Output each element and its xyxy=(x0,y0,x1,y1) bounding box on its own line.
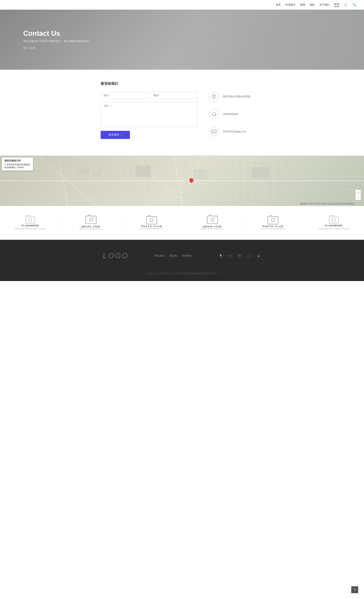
phone-field[interactable] xyxy=(151,92,197,99)
logo-item-6: FLASHMODE PHOTOGRAPHY'S BEST PLACE xyxy=(304,214,364,232)
svg-rect-15 xyxy=(135,165,151,177)
hero-content: Contact Us 您可以通过以下联系方式找到我们，我们诚挚欢迎您的咨询！ 首… xyxy=(23,29,91,50)
flashmode-logo-1: FLASHMODE PHOTOGRAPHY'S BEST PLACE xyxy=(15,216,46,230)
pc-name-2: PHOTO CLUB xyxy=(141,225,162,228)
footer-social-icons: 🔍 ★ 微 ◯ ◆ xyxy=(218,253,261,259)
footer: LOGO 网站模板 跟版网 织梦模板 🔍 ★ 微 ◯ ◆ Copyright ©… xyxy=(0,240,364,281)
svg-point-4 xyxy=(214,116,214,116)
pc-name-4: PHOTO CLUB xyxy=(263,225,284,228)
location-icon xyxy=(209,92,219,101)
breadcrumb-sep: / xyxy=(29,47,30,50)
map-section: 深圳市皇岗口岸 广东省深圳市福田区楠园南路 邮政编码: 518045 + − 地… xyxy=(0,156,364,206)
svg-rect-2 xyxy=(212,114,213,115)
hero-bg-decoration xyxy=(146,10,364,70)
camera-icon-2 xyxy=(329,216,339,223)
nav-portfolio[interactable]: 作品展示 xyxy=(285,3,295,7)
hero-section: Contact Us 您可以通过以下联系方式找到我们，我们诚挚欢迎您的咨询！ 首… xyxy=(0,10,364,70)
pc-name-3: photo club xyxy=(203,225,222,228)
copyright-text: Copyright © 2002-2017 GENBAN.ORG 跟版网 版权所… xyxy=(147,272,217,275)
pc-sub-2: ENJOY PHOTOGRAPHY xyxy=(140,228,163,230)
search-icon[interactable]: 🔍 xyxy=(352,3,356,7)
svg-rect-16 xyxy=(194,169,207,179)
svg-rect-13 xyxy=(78,167,89,175)
map-roads-svg xyxy=(0,156,364,206)
pc-sub-4: ENJOY PHOTOGRAPHY xyxy=(262,228,285,230)
logo-item-4: photo club ENJOY PHOTOGRAPHY xyxy=(182,214,243,232)
nav-news[interactable]: 新闻 xyxy=(300,3,305,7)
arrow-icon: › xyxy=(121,133,122,136)
form-row-top xyxy=(101,92,197,99)
photoclub-logo-4: PHOTO CLUB ENJOY PHOTOGRAPHY xyxy=(262,216,285,230)
svg-point-0 xyxy=(213,95,215,97)
footer-weibo-icon[interactable]: 微 xyxy=(237,253,243,259)
footer-search-icon[interactable]: 🔍 xyxy=(218,253,224,259)
logo-sub-2: PHOTOGRAPHY'S BEST PLACE xyxy=(318,228,349,230)
contact-form: 提交留言 › xyxy=(101,92,197,139)
breadcrumb-home[interactable]: 首页 xyxy=(23,47,28,50)
zoom-out-button[interactable]: − xyxy=(356,195,361,200)
nav-team[interactable]: 团队 xyxy=(310,3,315,7)
submit-button[interactable]: 提交留言 › xyxy=(101,131,130,139)
footer-bell-icon[interactable]: ◯ xyxy=(246,253,252,259)
map-info-box: 深圳市皇岗口岸 广东省深圳市福田区楠园南路 邮政编码: 518045 xyxy=(2,158,33,170)
address-item: 深圳市南山区南山科技园 xyxy=(209,92,263,101)
footer-link-3[interactable]: 织梦模板 xyxy=(182,254,192,258)
address-text: 深圳市南山区南山科技园 xyxy=(223,95,250,98)
email-icon xyxy=(209,127,219,136)
svg-rect-17 xyxy=(252,167,269,178)
hero-title: Contact Us xyxy=(23,29,91,37)
phone-item: 15060000000 xyxy=(209,109,263,119)
phone-text: 15060000000 xyxy=(223,113,238,115)
camera-icon-1 xyxy=(25,216,35,223)
map-placeholder: 深圳市皇岗口岸 广东省深圳市福田区楠园南路 邮政编码: 518045 + − 地… xyxy=(0,156,364,206)
map-zoom-controls: + − xyxy=(355,190,361,200)
photoclub-logo-3: photo club ENJOY PHOTOGRAPHY xyxy=(201,216,224,230)
footer-star-icon[interactable]: ★ xyxy=(227,253,233,259)
breadcrumb: 首页 / 联系 xyxy=(23,46,91,50)
contact-info: 深圳市南山区南山科技园 15060000000 xyxy=(209,92,263,144)
nav-about[interactable]: 关于我们 xyxy=(320,3,329,7)
logo-name-1: FLASHMODE xyxy=(21,224,39,227)
logo-name-2: FLASHMODE xyxy=(325,224,343,227)
pc-icon-3 xyxy=(207,216,218,224)
svg-line-7 xyxy=(0,173,364,177)
photoclub-logo-1: photo club ENJOY PHOTOGRAPHY xyxy=(79,216,102,230)
pc-icon-4 xyxy=(267,216,278,224)
hero-subtitle: 您可以通过以下联系方式找到我们，我们诚挚欢迎您的咨询！ xyxy=(23,39,91,43)
headset-icon xyxy=(209,109,219,119)
pc-icon-1 xyxy=(86,216,97,224)
svg-rect-3 xyxy=(215,114,216,115)
footer-wechat-icon[interactable]: ◆ xyxy=(255,253,261,259)
nav-links: 首页 作品展示 新闻 团队 关于我们 联系 🛒 🔍 xyxy=(276,3,356,7)
footer-link-1[interactable]: 网站模板 xyxy=(155,254,165,258)
message-field[interactable] xyxy=(101,102,197,127)
name-field[interactable] xyxy=(101,92,148,99)
photoclub-logo-2: PHOTO CLUB ENJOY PHOTOGRAPHY xyxy=(140,216,163,230)
pc-sub-1: ENJOY PHOTOGRAPHY xyxy=(79,228,102,230)
footer-bottom: Copyright © 2002-2017 GENBAN.ORG 跟版网 版权所… xyxy=(0,268,364,277)
pc-icon-2 xyxy=(146,216,157,224)
logo-item-2: photo club ENJOY PHOTOGRAPHY xyxy=(61,214,122,232)
footer-main: LOGO 网站模板 跟版网 织梦模板 🔍 ★ 微 ◯ ◆ xyxy=(95,251,269,268)
pc-sub-3: ENJOY PHOTOGRAPHY xyxy=(201,228,224,230)
navigation: 首页 作品展示 新闻 团队 关于我们 联系 🛒 🔍 xyxy=(0,0,364,10)
svg-line-12 xyxy=(0,188,364,189)
email-text: 265510104@qq.com xyxy=(223,130,246,133)
logo-strip: FLASHMODE PHOTOGRAPHY'S BEST PLACE photo… xyxy=(0,206,364,240)
breadcrumb-current: 联系 xyxy=(30,47,36,50)
map-location-title: 深圳市皇岗口岸 xyxy=(4,159,31,162)
svg-rect-14 xyxy=(93,171,101,177)
cart-icon[interactable]: 🛒 xyxy=(344,3,348,7)
footer-link-2[interactable]: 跟版网 xyxy=(169,254,177,258)
map-location-address: 广东省深圳市福田区楠园南路 邮政编码: 518045 xyxy=(4,163,31,169)
logo-item-5: PHOTO CLUB ENJOY PHOTOGRAPHY xyxy=(243,214,304,232)
section-title: 留言给我们 xyxy=(101,81,263,86)
nav-contact[interactable]: 联系 xyxy=(334,3,339,7)
nav-home[interactable]: 首页 xyxy=(276,3,281,7)
pc-name-1: photo club xyxy=(81,225,100,228)
zoom-in-button[interactable]: + xyxy=(356,190,361,195)
footer-logo: LOGO xyxy=(103,251,129,260)
map-attribution: 地图数据 ©2019 GS(2011)6020 Google 使用条款 报告地图… xyxy=(300,203,354,205)
email-item: 265510104@qq.com xyxy=(209,127,263,136)
submit-label: 提交留言 xyxy=(108,133,119,137)
